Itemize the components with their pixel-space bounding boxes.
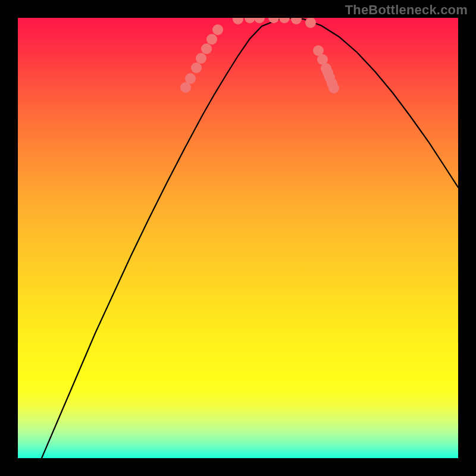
marker-point [201, 43, 212, 54]
marker-point [254, 18, 265, 23]
marker-point [212, 24, 223, 35]
curve-svg [18, 18, 458, 458]
marker-point [245, 18, 255, 23]
marker-point [185, 73, 196, 84]
marker-point [291, 18, 302, 24]
marker-point [233, 18, 243, 24]
marker-point [328, 83, 339, 93]
marker-point [196, 53, 206, 64]
watermark-text: TheBottleneck.com [345, 2, 468, 18]
chart-frame: TheBottleneck.com [0, 0, 476, 476]
marker-point [279, 18, 290, 23]
marker-point [305, 18, 316, 28]
bottleneck-curve [42, 18, 458, 458]
marker-point [191, 62, 202, 73]
plot-area [18, 18, 458, 458]
marker-point [206, 34, 217, 45]
